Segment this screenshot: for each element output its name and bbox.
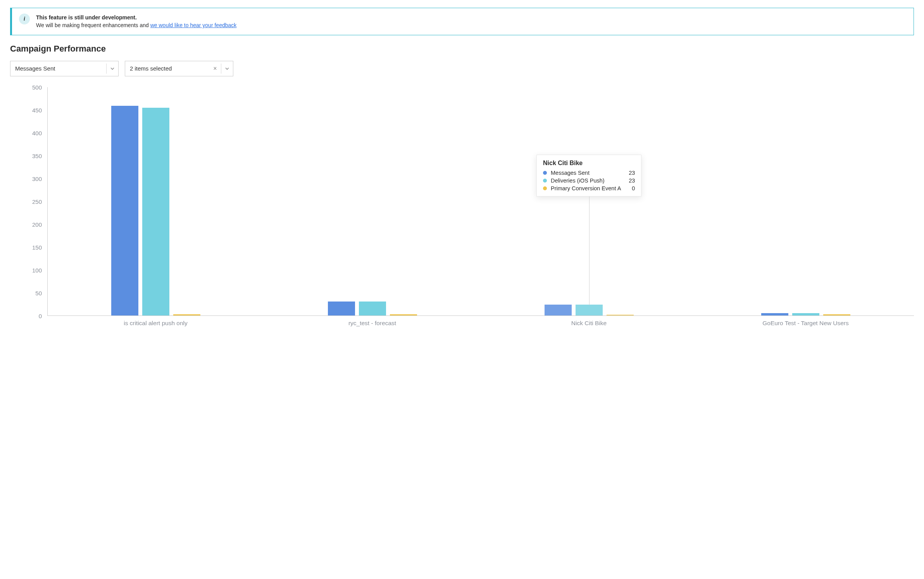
bar[interactable] <box>328 302 355 315</box>
chevron-down-icon <box>107 61 118 76</box>
tooltip-pointer <box>589 196 590 305</box>
tooltip-series-label: Messages Sent <box>551 170 618 176</box>
y-tick: 100 <box>32 267 42 273</box>
tooltip-row: Deliveries (iOS Push)23 <box>543 177 635 184</box>
category-group[interactable] <box>48 87 264 315</box>
legend-swatch <box>543 171 547 175</box>
info-banner-text: This feature is still under development.… <box>36 14 236 29</box>
category-group[interactable] <box>697 87 914 315</box>
y-tick: 0 <box>39 312 42 319</box>
multi-select-value: 2 items selected <box>125 61 209 76</box>
filter-row: Messages Sent 2 items selected × <box>10 61 914 76</box>
x-axis: is critical alert push onlyryc_test - fo… <box>47 316 914 327</box>
metric-select[interactable]: Messages Sent <box>10 61 119 76</box>
x-tick-label: ryc_test - forecast <box>264 320 481 327</box>
category-group[interactable] <box>264 87 481 315</box>
bar[interactable] <box>576 305 603 315</box>
campaign-multi-select[interactable]: 2 items selected × <box>125 61 233 76</box>
x-tick-label: Nick Citi Bike <box>481 320 697 327</box>
y-tick: 450 <box>32 107 42 113</box>
tooltip-row: Messages Sent23 <box>543 169 635 177</box>
tooltip-title: Nick Citi Bike <box>543 160 635 167</box>
bar[interactable] <box>111 106 138 315</box>
bar[interactable] <box>607 315 634 315</box>
y-tick: 50 <box>35 290 42 296</box>
bar[interactable] <box>142 108 169 315</box>
tooltip-series-label: Deliveries (iOS Push) <box>551 177 618 184</box>
chart-tooltip: Nick Citi Bike Messages Sent23Deliveries… <box>536 155 641 196</box>
bar[interactable] <box>173 314 200 315</box>
feedback-link[interactable]: we would like to hear your feedback <box>150 22 237 28</box>
y-tick: 500 <box>32 84 42 90</box>
y-axis: 050100150200250300350400450500 <box>10 87 47 316</box>
y-tick: 200 <box>32 221 42 227</box>
legend-swatch <box>543 179 547 183</box>
bar[interactable] <box>823 314 850 315</box>
clear-icon[interactable]: × <box>209 61 221 76</box>
bar[interactable] <box>390 314 417 315</box>
x-tick-label: is critical alert push only <box>47 320 264 327</box>
metric-select-value: Messages Sent <box>10 61 106 76</box>
bar[interactable] <box>359 302 386 315</box>
y-tick: 350 <box>32 152 42 159</box>
section-title: Campaign Performance <box>10 44 914 54</box>
bar[interactable] <box>761 313 788 315</box>
legend-swatch <box>543 186 547 190</box>
chart: 050100150200250300350400450500 is critic… <box>10 87 914 327</box>
info-icon: i <box>19 14 30 24</box>
info-banner-bold: This feature is still under development. <box>36 14 137 21</box>
bar[interactable] <box>792 313 819 315</box>
tooltip-series-label: Primary Conversion Event A <box>551 185 621 191</box>
info-banner: i This feature is still under developmen… <box>10 8 914 35</box>
y-tick: 300 <box>32 175 42 182</box>
x-tick-label: GoEuro Test - Target New Users <box>697 320 914 327</box>
tooltip-series-value: 23 <box>622 170 635 176</box>
tooltip-series-value: 0 <box>625 185 635 191</box>
y-tick: 250 <box>32 198 42 205</box>
chevron-down-icon <box>221 61 233 76</box>
tooltip-series-value: 23 <box>622 177 635 184</box>
y-tick: 150 <box>32 244 42 250</box>
info-banner-line2: We will be making frequent enhancements … <box>36 22 150 28</box>
plot-area[interactable] <box>47 87 914 316</box>
bar[interactable] <box>545 305 572 315</box>
y-tick: 400 <box>32 129 42 136</box>
tooltip-row: Primary Conversion Event A0 <box>543 184 635 192</box>
